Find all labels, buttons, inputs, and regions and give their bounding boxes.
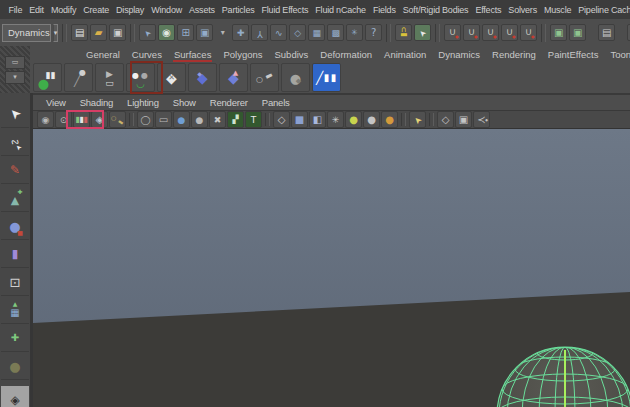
shelf-rock-icon[interactable]: ●◆ [281, 63, 310, 92]
shelf-bowling-pins-icon[interactable]: ●▮▮ [33, 63, 62, 92]
mask-dynamics-icon[interactable]: ▩ [327, 24, 344, 41]
object-mode-icon[interactable]: ◉ [158, 24, 175, 41]
mask-rendering-icon[interactable]: ✳ [346, 24, 363, 41]
resolution-gate-icon[interactable]: ▭ [155, 111, 172, 128]
film-gate-icon[interactable]: ◯ [137, 111, 154, 128]
shelf-tab-animation[interactable]: Animation [378, 48, 432, 61]
shaded-sphere-icon[interactable]: ● [173, 111, 190, 128]
menu-item-muscle[interactable]: Muscle [540, 5, 574, 15]
shelf-tab-polygons[interactable]: Polygons [217, 48, 268, 61]
frame-marker-icon[interactable]: ▞ [227, 111, 244, 128]
collapse-arrow-icon[interactable]: ▾ [215, 25, 230, 40]
panel-menu-lighting[interactable]: Lighting [120, 97, 166, 108]
panel-menu-view[interactable]: View [39, 97, 73, 108]
wire-cube-icon[interactable]: ◇ [437, 111, 454, 128]
save-scene-icon[interactable]: ▣ [109, 24, 126, 41]
help-icon[interactable]: ? [365, 24, 382, 41]
shelf-tab-general[interactable]: General [80, 48, 126, 61]
menu-item-pipeline-cache[interactable]: Pipeline Cache [575, 5, 630, 15]
rotate-tool-icon[interactable]: ●■ [1, 212, 29, 240]
key-icon[interactable]: ○▬ [109, 111, 126, 128]
lasso-tool-icon[interactable]: ∿➤ [1, 128, 29, 156]
solid-shatter-icon[interactable]: ◆◆ [188, 63, 217, 92]
shelf-tab-dynamics[interactable]: Dynamics [432, 48, 486, 61]
new-scene-icon[interactable]: ▤ [71, 24, 88, 41]
panel-menu-panels[interactable]: Panels [255, 97, 297, 108]
shelf-tab-surfaces[interactable]: Surfaces [168, 48, 218, 61]
menu-item-modify[interactable]: Modify [47, 5, 79, 15]
xray-icon[interactable]: ✖ [209, 111, 226, 128]
wireframe-mode-icon[interactable]: ◇ [273, 111, 290, 128]
menu-item-particles[interactable]: Particles [218, 5, 258, 15]
menu-item-window[interactable]: Window [148, 5, 186, 15]
shelf-joint-icon[interactable]: ╱● [64, 63, 93, 92]
mask-surfaces-icon[interactable]: ◇ [289, 24, 306, 41]
construction-history-icon[interactable]: ▤ [598, 24, 615, 41]
snap-point-icon[interactable]: ∪● [482, 24, 499, 41]
menu-item-display[interactable]: Display [113, 5, 148, 15]
share-icon[interactable]: ≺● [473, 111, 490, 128]
viewport[interactable] [33, 129, 630, 407]
pane-icon[interactable]: ▣ [455, 111, 472, 128]
panel-menu-shading[interactable]: Shading [73, 97, 120, 108]
output-connections-icon[interactable]: ▣ [569, 24, 586, 41]
menu-item-fluid-ncache[interactable]: Fluid nCache [312, 5, 370, 15]
menu-set-dropdown[interactable]: Dynamics [2, 24, 51, 42]
textured-mode-icon[interactable]: ◧ [309, 111, 326, 128]
flat-sphere-icon[interactable]: ● [191, 111, 208, 128]
snap-curve-icon[interactable]: ∪● [463, 24, 480, 41]
shelf-paint-effects-icon[interactable]: ╱▮▮ [312, 63, 341, 92]
shelf-tab-toon[interactable]: Toon [604, 48, 630, 61]
mask-curves-icon[interactable]: ∿ [270, 24, 287, 41]
menu-item-create[interactable]: Create [80, 5, 113, 15]
no-lights-icon[interactable]: ● [363, 111, 380, 128]
shelf-tabs-menu-button[interactable]: ▾ [5, 71, 25, 84]
single-pane-layout-button[interactable]: ◈ [1, 386, 29, 407]
mask-joints-icon[interactable]: Y [251, 24, 268, 41]
highlight-selection-icon[interactable]: ➤ [414, 24, 431, 41]
move-tool-icon[interactable]: ▲✚ [1, 184, 29, 212]
component-mode-icon[interactable]: ⊞ [177, 24, 194, 41]
menu-item-fluid-effects[interactable]: Fluid Effects [258, 5, 312, 15]
mask-deformations-icon[interactable]: ▦ [308, 24, 325, 41]
panel-menu-renderer[interactable]: Renderer [203, 97, 255, 108]
panel-menu-show[interactable]: Show [166, 97, 203, 108]
hierarchy-mode-icon[interactable]: ➤ [139, 24, 156, 41]
snap-grid-icon[interactable]: ∪● [444, 24, 461, 41]
shelf-tab-deformation[interactable]: Deformation [314, 48, 378, 61]
lock-selection-icon[interactable]: ∩▬ [395, 24, 412, 41]
paint-select-tool-icon[interactable]: ✎ [1, 156, 29, 184]
checker-sphere-icon[interactable]: ✳ [327, 111, 344, 128]
shelf-tab-subdivs[interactable]: Subdivs [269, 48, 315, 61]
shelf-menu-button[interactable]: ▭ [5, 56, 25, 69]
snap-plane-icon[interactable]: ∪● [501, 24, 518, 41]
menu-set-dropdown-arrow[interactable]: ▾ [53, 24, 59, 42]
asset-mode-icon[interactable]: ▣ [196, 24, 213, 41]
shelf-planar-icon[interactable]: ▶▭ [95, 63, 124, 92]
scale-tool-icon[interactable]: ▮ [1, 240, 29, 268]
soft-mod-icon[interactable]: ▦▲ [1, 296, 29, 324]
menu-item-fields[interactable]: Fields [369, 5, 399, 15]
show-manipulator-icon[interactable]: ✚ [1, 324, 29, 352]
menu-item-assets[interactable]: Assets [185, 5, 218, 15]
menu-item-file[interactable]: File [5, 5, 26, 15]
isolate-select-icon[interactable]: ➤ [409, 111, 426, 128]
universal-manipulator-icon[interactable]: ⊡ [1, 268, 29, 296]
shelf-tab-curves[interactable]: Curves [126, 48, 168, 61]
make-live-icon[interactable]: ∪● [520, 24, 537, 41]
selected-lights-icon[interactable]: ● [381, 111, 398, 128]
menu-item-edit[interactable]: Edit [26, 5, 48, 15]
select-tool-icon[interactable]: ➤ [1, 100, 29, 128]
menu-item-soft-rigid-bodies[interactable]: Soft/Rigid Bodies [399, 5, 472, 15]
shelf-key-icon[interactable]: ○▬ [250, 63, 279, 92]
open-scene-icon[interactable]: ▰ [90, 24, 107, 41]
crack-shatter-icon[interactable]: ◆▲ [219, 63, 248, 92]
select-camera-icon[interactable]: ◉ [37, 111, 54, 128]
last-tool-icon[interactable]: ● [1, 352, 29, 380]
all-lights-icon[interactable]: ● [345, 111, 362, 128]
menu-item-effects[interactable]: Effects [472, 5, 505, 15]
input-connections-icon[interactable]: ▣ [550, 24, 567, 41]
shelf-tab-painteffects[interactable]: PaintEffects [542, 48, 605, 61]
menu-item-solvers[interactable]: Solvers [505, 5, 541, 15]
text-hud-icon[interactable]: T [245, 111, 262, 128]
